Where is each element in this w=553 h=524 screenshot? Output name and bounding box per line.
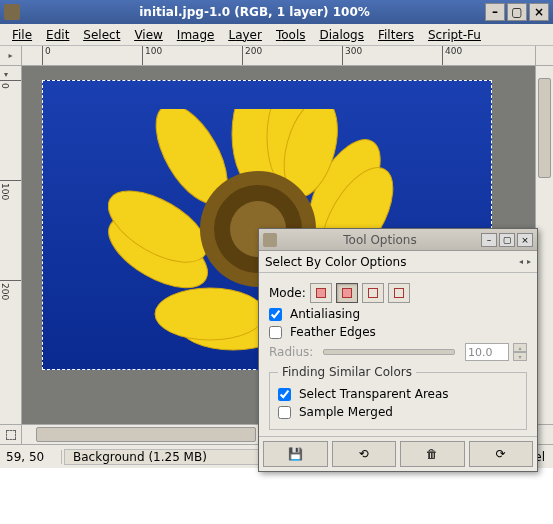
- ruler-top-row: ▸ 0 100 200 300 400: [0, 46, 553, 66]
- triangle-down-icon: ▾: [4, 70, 8, 79]
- mode-replace-button[interactable]: [310, 283, 332, 303]
- mode-subtract-button[interactable]: [362, 283, 384, 303]
- dialog-close-button[interactable]: ×: [517, 233, 533, 247]
- maximize-button[interactable]: ▢: [507, 3, 527, 21]
- menu-select[interactable]: Select: [77, 26, 126, 44]
- feather-label: Feather Edges: [290, 325, 376, 339]
- cursor-position: 59, 50: [0, 450, 62, 464]
- feather-checkbox[interactable]: [269, 326, 282, 339]
- menu-edit[interactable]: Edit: [40, 26, 75, 44]
- close-button[interactable]: ×: [529, 3, 549, 21]
- square-icon: [316, 288, 326, 298]
- app-icon: [4, 4, 20, 20]
- dialog-tabrow: Select By Color Options ◂ ▸: [259, 251, 537, 273]
- tab-menu-left-icon[interactable]: ◂: [519, 257, 523, 266]
- menu-scriptfu[interactable]: Script-Fu: [422, 26, 487, 44]
- select-transparent-checkbox[interactable]: [278, 388, 291, 401]
- menu-filters[interactable]: Filters: [372, 26, 420, 44]
- ruler-tick: 100: [0, 180, 21, 200]
- radius-slider[interactable]: [323, 349, 455, 355]
- radius-spin-buttons: ▴ ▾: [513, 343, 527, 361]
- reset-options-button[interactable]: ⟳: [469, 441, 534, 467]
- quickmask-toggle[interactable]: ▸: [0, 46, 22, 65]
- ruler-tick: 0: [0, 80, 21, 89]
- floppy-icon: 💾: [288, 447, 303, 461]
- menu-dialogs[interactable]: Dialogs: [314, 26, 370, 44]
- reset-icon: ⟳: [496, 447, 506, 461]
- radius-spinbox[interactable]: 10.0: [465, 343, 509, 361]
- menu-tools[interactable]: Tools: [270, 26, 312, 44]
- dialog-body: Mode: Antialiasing Feather Edges Radius:…: [259, 273, 537, 436]
- antialiasing-row: Antialiasing: [269, 307, 527, 321]
- antialiasing-checkbox[interactable]: [269, 308, 282, 321]
- antialiasing-label: Antialiasing: [290, 307, 360, 321]
- select-transparent-label: Select Transparent Areas: [299, 387, 449, 401]
- radius-label: Radius:: [269, 345, 313, 359]
- wilber-icon: [263, 233, 277, 247]
- tool-options-dialog[interactable]: Tool Options – ▢ × Select By Color Optio…: [258, 228, 538, 472]
- ruler-tick: 400: [442, 46, 462, 65]
- square-icon: [342, 288, 352, 298]
- mode-add-button[interactable]: [336, 283, 358, 303]
- ruler-tick: 0: [42, 46, 51, 65]
- restore-options-button[interactable]: ⟲: [332, 441, 397, 467]
- mode-label: Mode:: [269, 286, 306, 300]
- ruler-corner: [535, 46, 553, 65]
- svg-point-9: [155, 288, 265, 340]
- spin-up-button[interactable]: ▴: [513, 343, 527, 352]
- minimize-button[interactable]: –: [485, 3, 505, 21]
- trash-icon: 🗑: [426, 447, 438, 461]
- selection-icon: [6, 430, 16, 440]
- dialog-maximize-button[interactable]: ▢: [499, 233, 515, 247]
- menu-image[interactable]: Image: [171, 26, 221, 44]
- revert-icon: ⟲: [359, 447, 369, 461]
- radius-row: Radius: 10.0 ▴ ▾: [269, 343, 527, 361]
- ruler-tick: 100: [142, 46, 162, 65]
- sample-merged-checkbox[interactable]: [278, 406, 291, 419]
- similar-colors-group: Finding Similar Colors Select Transparen…: [269, 365, 527, 430]
- dialog-title: Tool Options: [281, 233, 479, 247]
- ruler-tick: 200: [242, 46, 262, 65]
- spin-down-button[interactable]: ▾: [513, 352, 527, 361]
- quickmask-corner[interactable]: [0, 425, 22, 444]
- scrollbar-thumb[interactable]: [36, 427, 256, 442]
- menu-view[interactable]: View: [128, 26, 168, 44]
- tab-menu-right-icon[interactable]: ▸: [527, 257, 531, 266]
- sample-merged-label: Sample Merged: [299, 405, 393, 419]
- mode-intersect-button[interactable]: [388, 283, 410, 303]
- feather-row: Feather Edges: [269, 325, 527, 339]
- menu-layer[interactable]: Layer: [222, 26, 267, 44]
- save-options-button[interactable]: 💾: [263, 441, 328, 467]
- mode-row: Mode:: [269, 283, 527, 303]
- dialog-tab[interactable]: Select By Color Options: [265, 255, 519, 269]
- triangle-right-icon: ▸: [8, 51, 12, 60]
- ruler-tick: 200: [0, 280, 21, 300]
- sample-merged-row: Sample Merged: [278, 405, 518, 419]
- select-transparent-row: Select Transparent Areas: [278, 387, 518, 401]
- menubar: File Edit Select View Image Layer Tools …: [0, 24, 553, 46]
- dialog-footer: 💾 ⟲ 🗑 ⟳: [259, 436, 537, 471]
- group-title: Finding Similar Colors: [278, 365, 416, 379]
- window-titlebar: initial.jpg-1.0 (RGB, 1 layer) 100% – ▢ …: [0, 0, 553, 24]
- square-icon: [394, 288, 404, 298]
- menu-file[interactable]: File: [6, 26, 38, 44]
- square-icon: [368, 288, 378, 298]
- ruler-vertical[interactable]: ▾ 0 100 200: [0, 66, 22, 424]
- dialog-titlebar[interactable]: Tool Options – ▢ ×: [259, 229, 537, 251]
- ruler-horizontal[interactable]: 0 100 200 300 400: [22, 46, 535, 65]
- delete-options-button[interactable]: 🗑: [400, 441, 465, 467]
- dialog-minimize-button[interactable]: –: [481, 233, 497, 247]
- scrollbar-thumb[interactable]: [538, 78, 551, 178]
- window-title: initial.jpg-1.0 (RGB, 1 layer) 100%: [26, 5, 483, 19]
- ruler-tick: 300: [342, 46, 362, 65]
